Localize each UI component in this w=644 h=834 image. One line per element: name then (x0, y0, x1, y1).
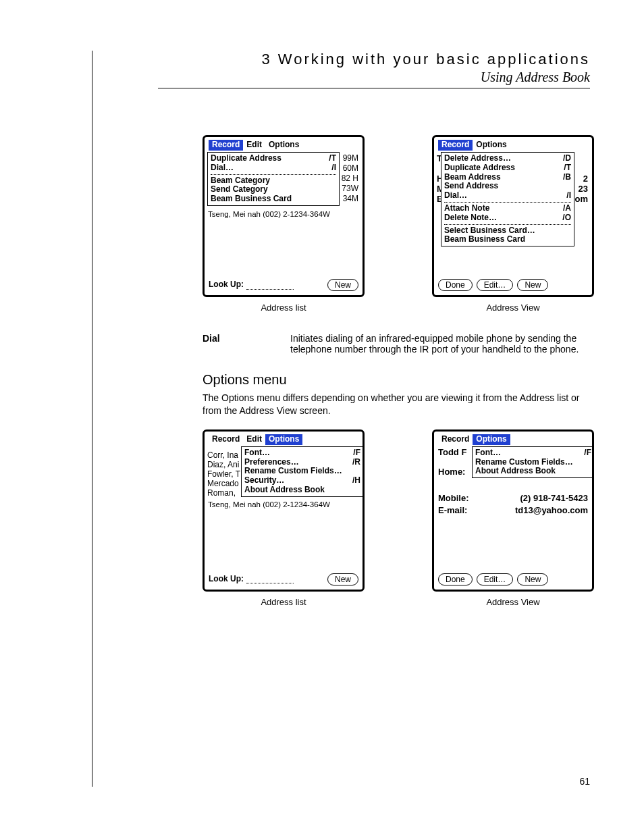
menu-item-select-card[interactable]: Select Business Card… (444, 226, 571, 236)
new-button[interactable]: New (327, 573, 358, 585)
done-button[interactable]: Done (438, 573, 473, 585)
field-label-mobile: Mobile: (438, 494, 469, 504)
options-menu-intro: The Options menu differs depending on wh… (203, 392, 594, 417)
menu-options[interactable]: Options (473, 140, 510, 151)
list-row[interactable]: Corr, Ina (207, 450, 240, 460)
new-button[interactable]: New (517, 573, 548, 585)
new-button[interactable]: New (517, 279, 548, 291)
menu-item-delete-note[interactable]: Delete Note…/O (444, 213, 571, 223)
menu-item-delete-address[interactable]: Delete Address…/D (444, 154, 571, 163)
figure-caption: Address list (261, 303, 306, 313)
list-row-suffix: 82 H (342, 174, 358, 184)
menu-item-rename-fields[interactable]: Rename Custom Fields… (244, 467, 360, 476)
heading-options-menu: Options menu (203, 372, 594, 388)
screenshot-address-view-options-menu: Record Options Todd F Font…/F Rename Cus… (432, 429, 594, 592)
menu-edit[interactable]: Edit (243, 434, 265, 445)
list-row[interactable]: Mercado (207, 479, 240, 488)
page-number: 61 (579, 776, 590, 787)
menu-item-dial[interactable]: Dial…/I (211, 163, 336, 173)
list-row-suffix: 73W (342, 184, 358, 194)
list-row[interactable]: Tseng, Mei nah (002) 2-1234-364W (208, 500, 330, 509)
field-value-email: td13@yahoo.com (515, 506, 588, 516)
options-menu-dropdown[interactable]: Font…/F Rename Custom Fields… About Addr… (472, 446, 594, 478)
menu-record[interactable]: Record (438, 434, 473, 445)
menu-item-rename-fields[interactable]: Rename Custom Fields… (475, 458, 591, 467)
figure-caption: Address View (486, 597, 539, 607)
list-row-suffix: 34M (342, 194, 358, 204)
menu-bar[interactable]: Record Edit Options (209, 140, 358, 151)
menu-item-duplicate[interactable]: Duplicate Address/T (444, 163, 571, 173)
bg-suffix: 2 (575, 174, 589, 184)
contact-name: Todd F (438, 448, 466, 458)
list-row-suffix: 99M (342, 153, 358, 163)
list-row[interactable]: Diaz, Ani (207, 460, 240, 469)
menu-item-beam-card[interactable]: Beam Business Card (444, 235, 571, 244)
menu-item-beam-address[interactable]: Beam Address/B (444, 173, 571, 182)
list-row-suffix: 60M (342, 163, 358, 174)
menu-bar[interactable]: Record Options (438, 434, 588, 445)
record-menu-dropdown[interactable]: Delete Address…/D Duplicate Address/T Be… (441, 152, 574, 246)
menu-bar[interactable]: Record Options (438, 140, 588, 151)
chapter-title: 3 Working with your basic applications (158, 51, 590, 68)
screenshot-address-view-record-menu: Record Options T H M E 2 23 om (432, 135, 594, 297)
menu-item-preferences[interactable]: Preferences…/R (244, 458, 360, 467)
new-button[interactable]: New (327, 279, 358, 291)
menu-item-send-address[interactable]: Send Address (444, 182, 571, 191)
menu-item-beam-card[interactable]: Beam Business Card (211, 194, 336, 204)
menu-options[interactable]: Options (473, 434, 510, 445)
menu-item-font[interactable]: Font…/F (475, 448, 591, 458)
list-row[interactable]: Fowler, T (207, 469, 240, 479)
menu-options[interactable]: Options (265, 140, 302, 151)
list-row[interactable]: Roman, (207, 488, 240, 498)
menu-item-about[interactable]: About Address Book (475, 467, 591, 476)
field-label-home: Home: (438, 467, 465, 477)
menu-options[interactable]: Options (265, 434, 302, 445)
edit-button[interactable]: Edit… (477, 279, 514, 291)
lookup-input[interactable] (246, 575, 294, 583)
menu-item-font[interactable]: Font…/F (244, 448, 360, 458)
field-label-email: E-mail: (438, 506, 467, 516)
menu-item-duplicate[interactable]: Duplicate Address/T (211, 154, 336, 163)
definition-term: Dial (203, 333, 263, 355)
figure-caption: Address list (261, 597, 306, 607)
lookup-label: Look Up: (209, 280, 244, 290)
menu-item-about[interactable]: About Address Book (244, 486, 360, 495)
menu-record[interactable]: Record (438, 140, 473, 151)
list-row[interactable]: Tseng, Mei nah (002) 2-1234-364W (208, 210, 330, 219)
lookup-input[interactable] (246, 281, 294, 290)
menu-item-dial[interactable]: Dial…/I (444, 191, 571, 201)
edit-button[interactable]: Edit… (477, 573, 514, 585)
menu-edit[interactable]: Edit (243, 140, 265, 151)
record-menu-dropdown[interactable]: Duplicate Address/T Dial…/I Beam Categor… (207, 152, 340, 206)
menu-item-send-category[interactable]: Send Category (211, 185, 336, 194)
menu-item-beam-category[interactable]: Beam Category (211, 176, 336, 186)
bg-suffix: 23 (575, 184, 589, 194)
definition-body: Initiates dialing of an infrared-equippe… (290, 333, 594, 355)
menu-item-attach-note[interactable]: Attach Note/A (444, 204, 571, 213)
figure-caption: Address View (486, 303, 539, 313)
menu-record[interactable]: Record (209, 140, 243, 151)
field-value-mobile: (2) 918-741-5423 (520, 494, 588, 504)
done-button[interactable]: Done (438, 279, 473, 291)
screenshot-address-list-options-menu: Record Edit Options Corr, Ina Diaz, Ani … (203, 429, 365, 592)
screenshot-address-list-record-menu: Record Edit Options C D F M R 99M 60M (203, 135, 365, 297)
section-title: Using Address Book (158, 70, 590, 88)
menu-item-security[interactable]: Security…/H (244, 476, 360, 486)
lookup-label: Look Up: (209, 575, 244, 584)
bg-suffix: om (575, 194, 589, 204)
options-menu-dropdown[interactable]: Font…/F Preferences…/R Rename Custom Fie… (241, 446, 364, 497)
menu-record[interactable]: Record (209, 434, 243, 445)
menu-bar[interactable]: Record Edit Options (209, 434, 358, 445)
